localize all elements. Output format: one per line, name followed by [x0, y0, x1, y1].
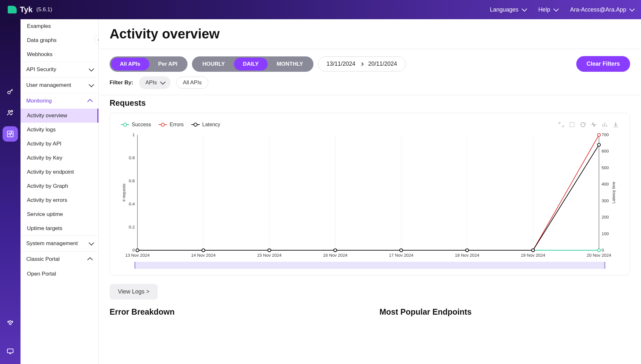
help-menu[interactable]: Help [538, 6, 557, 13]
pill-all-apis[interactable]: All APIs [111, 58, 149, 70]
tool-barchart-icon[interactable] [602, 121, 608, 128]
monitoring-icon[interactable] [5, 129, 15, 139]
languages-menu[interactable]: Languages [490, 6, 526, 13]
pill-hourly[interactable]: HOURLY [193, 58, 234, 70]
svg-point-64 [597, 143, 600, 146]
chevron-down-icon [89, 240, 94, 245]
users-icon[interactable] [5, 108, 15, 118]
filter-by-label: Filter By: [110, 79, 133, 86]
languages-label: Languages [490, 6, 519, 13]
sidebar-item-activity-by-key[interactable]: Activity by Key [21, 151, 98, 165]
legend-latency[interactable]: Latency [191, 122, 220, 128]
sidebar-item-activity-by-graph[interactable]: Activity by Graph [21, 179, 98, 193]
pill-daily[interactable]: DAILY [234, 58, 268, 70]
date-range-picker[interactable]: 13/11/2024 20/11/2024 [318, 56, 406, 71]
pill-monthly[interactable]: MONTHLY [268, 58, 312, 70]
topbar: Tyk (5.6.1) Languages Help Ara-Access@Ar… [0, 0, 641, 19]
errors-swatch-icon [159, 124, 167, 125]
svg-rect-5 [7, 349, 13, 353]
view-logs-button[interactable]: View Logs > [110, 284, 158, 300]
sidebar-item-activity-logs[interactable]: Activity logs [21, 123, 98, 137]
chevron-down-icon [521, 6, 527, 12]
chevron-down-icon [553, 6, 559, 12]
api-scope-toggle: All APIs Per API [110, 56, 187, 72]
sidebar-section-user-management[interactable]: User management [21, 77, 98, 93]
settings-icon[interactable] [5, 318, 15, 329]
sidebar-section-label: System management [26, 240, 78, 247]
tool-refresh-icon[interactable] [580, 121, 586, 128]
svg-point-4 [9, 323, 11, 325]
svg-text:16 Nov 2024: 16 Nov 2024 [323, 253, 347, 258]
logo-icon [8, 6, 17, 13]
legend-errors[interactable]: Errors [159, 122, 184, 128]
svg-text:15 Nov 2024: 15 Nov 2024 [257, 253, 281, 258]
main-content: Activity overview All APIs Per API HOURL… [99, 19, 641, 364]
svg-text:19 Nov 2024: 19 Nov 2024 [521, 253, 545, 258]
svg-text:17 Nov 2024: 17 Nov 2024 [389, 253, 413, 258]
legend-success[interactable]: Success [121, 122, 151, 128]
svg-point-57 [136, 249, 139, 252]
legend-label: Errors [170, 122, 184, 128]
logo-text: Tyk [20, 5, 33, 14]
key-icon[interactable] [5, 87, 15, 97]
version-label: (5.6.1) [37, 6, 52, 13]
sidebar-item-service-uptime[interactable]: Service uptime [21, 207, 98, 221]
svg-point-58 [202, 249, 205, 252]
chart-legend: Success Errors Latency [121, 122, 220, 128]
requests-chart-card: Success Errors Latency 00.20.40.60.81 [110, 113, 630, 276]
svg-text:0.6: 0.6 [129, 178, 135, 183]
sidebar-item-examples[interactable]: Examples [21, 19, 98, 33]
requests-chart[interactable]: 00.20.40.60.81010020030040050060070013 N… [121, 132, 619, 260]
filter-apis-dropdown[interactable]: APIs [139, 76, 171, 89]
pill-per-api[interactable]: Per API [149, 58, 187, 70]
svg-rect-6 [570, 122, 574, 127]
svg-text:700: 700 [602, 132, 609, 137]
svg-text:400: 400 [602, 182, 609, 186]
svg-point-63 [531, 249, 534, 252]
sidebar-item-webhooks[interactable]: Webhooks [21, 47, 98, 62]
success-swatch-icon [121, 124, 129, 125]
clear-filters-button[interactable]: Clear Filters [576, 56, 630, 72]
sidebar-item-activity-overview[interactable]: Activity overview [21, 109, 98, 123]
svg-text:Latency time: Latency time [611, 182, 616, 203]
latency-swatch-icon [191, 124, 200, 125]
svg-point-1 [8, 111, 10, 112]
sidebar-item-uptime-targets[interactable]: Uptime targets [21, 221, 98, 236]
user-label: Ara-Access@Ara.App [570, 6, 626, 13]
portal-icon[interactable] [5, 346, 15, 356]
sidebar-item-datagraphs[interactable]: Data graphs [21, 33, 98, 47]
sidebar-section-label: Classic Portal [26, 256, 60, 262]
iconbar [0, 19, 21, 364]
svg-text:0.8: 0.8 [129, 155, 135, 160]
tool-selection-icon[interactable] [558, 121, 564, 128]
svg-text:0.4: 0.4 [129, 202, 135, 206]
logo[interactable]: Tyk [8, 5, 33, 14]
sidebar-item-activity-by-errors[interactable]: Activity by errors [21, 193, 98, 207]
sidebar-item-open-portal[interactable]: Open Portal [21, 267, 98, 281]
chart-range-slider[interactable] [134, 262, 605, 269]
sidebar-section-label: API Security [26, 66, 56, 73]
svg-point-62 [466, 249, 469, 252]
chevron-up-icon [87, 257, 93, 263]
filter-tag-all-apis[interactable]: All APIs [176, 77, 209, 89]
sidebar-section-monitoring[interactable]: Monitoring [21, 93, 98, 109]
svg-text:500: 500 [602, 165, 609, 170]
tool-pulse-icon[interactable] [591, 121, 597, 128]
tool-lasso-icon[interactable] [569, 121, 575, 128]
sidebar-section-system-management[interactable]: System management [21, 236, 98, 251]
sidebar-item-activity-by-api[interactable]: Activity by API [21, 137, 98, 151]
chevron-right-icon [360, 62, 363, 66]
sidebar-item-activity-by-endpoint[interactable]: Activity by endpoint [21, 165, 98, 179]
filter-dropdown-label: APIs [146, 79, 157, 86]
svg-text:0: 0 [602, 248, 604, 252]
help-label: Help [538, 6, 550, 13]
user-menu[interactable]: Ara-Access@Ara.App [570, 6, 633, 13]
sidebar-section-api-security[interactable]: API Security [21, 62, 98, 77]
svg-text:600: 600 [602, 149, 609, 154]
sidebar-section-classic-portal[interactable]: Classic Portal [21, 251, 98, 267]
svg-point-56 [597, 134, 600, 136]
svg-point-59 [268, 249, 271, 252]
tool-download-icon[interactable] [612, 121, 619, 128]
sidebar: ‹ Examples Data graphs Webhooks API Secu… [21, 19, 99, 364]
legend-label: Success [132, 122, 151, 128]
